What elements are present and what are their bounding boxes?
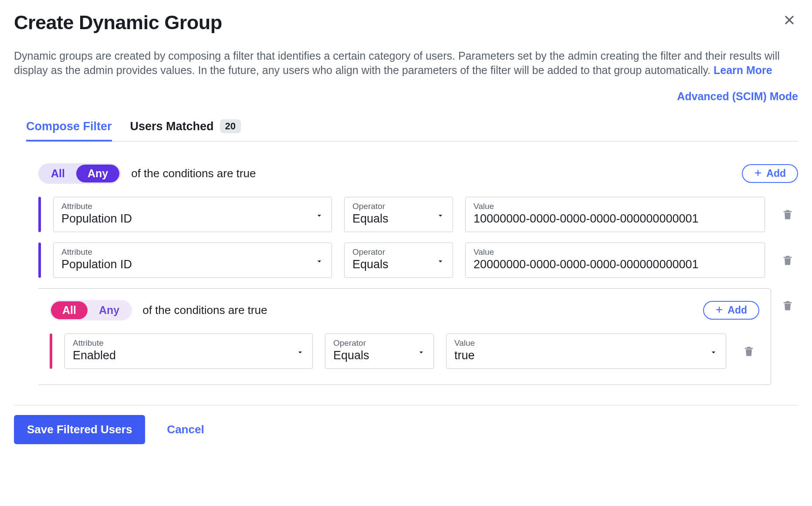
compose-filter-panel: All Any of the conditions are true Add — [26, 163, 798, 385]
toggle-option-any[interactable]: Any — [88, 301, 131, 319]
value-select[interactable]: Value true — [446, 334, 726, 369]
nested-group-wrap: All Any of the conditions are true — [38, 288, 798, 385]
tab-compose-filter[interactable]: Compose Filter — [26, 120, 112, 141]
users-matched-count-badge: 20 — [220, 119, 241, 133]
close-button[interactable] — [781, 11, 798, 29]
field-label-operator: Operator — [352, 247, 445, 257]
delete-row-button[interactable] — [740, 343, 758, 360]
tab-users-matched[interactable]: Users Matched 20 — [130, 119, 241, 141]
attribute-value: Population ID — [61, 258, 324, 271]
field-label-value: Value — [454, 338, 718, 348]
chevron-down-icon — [315, 211, 324, 220]
operator-value: Equals — [352, 212, 445, 226]
cancel-button[interactable]: Cancel — [165, 419, 206, 440]
condition-row: Attribute Population ID Operator Equals … — [38, 243, 798, 278]
delete-row-button[interactable] — [779, 252, 796, 269]
trash-icon — [743, 345, 755, 358]
advanced-scim-mode-button[interactable]: Advanced (SCIM) Mode — [677, 88, 798, 105]
conditions-text: of the conditions are true — [142, 304, 267, 317]
dialog-title: Create Dynamic Group — [14, 11, 222, 34]
chevron-down-icon — [436, 211, 445, 220]
value-text: 10000000-0000-0000-0000-000000000001 — [474, 212, 757, 226]
field-label-attribute: Attribute — [73, 338, 304, 348]
attribute-select[interactable]: Attribute Population ID — [53, 197, 332, 232]
add-condition-button-nested[interactable]: Add — [703, 301, 759, 320]
add-button-label: Add — [727, 305, 747, 315]
operator-value: Equals — [333, 349, 426, 362]
tab-bar: Compose Filter Users Matched 20 — [26, 119, 798, 142]
trash-icon — [782, 300, 794, 312]
delete-group-button[interactable] — [779, 297, 796, 314]
nested-group: All Any of the conditions are true — [38, 288, 771, 385]
add-button-label: Add — [766, 169, 786, 179]
field-label-attribute: Attribute — [61, 247, 324, 257]
chevron-down-icon — [315, 257, 324, 266]
field-label-operator: Operator — [333, 338, 426, 348]
delete-row-button[interactable] — [779, 206, 796, 223]
row-accent — [38, 197, 41, 232]
trash-icon — [782, 254, 794, 266]
row-accent — [50, 334, 52, 369]
attribute-select[interactable]: Attribute Population ID — [53, 243, 332, 278]
dialog-description: Dynamic groups are created by composing … — [14, 49, 798, 78]
attribute-value: Enabled — [73, 349, 304, 362]
toggle-option-all[interactable]: All — [40, 165, 76, 182]
condition-row: Attribute Population ID Operator Equals … — [38, 197, 798, 232]
field-label-value: Value — [474, 247, 757, 257]
all-any-toggle: All Any — [38, 163, 121, 184]
field-label-operator: Operator — [352, 202, 445, 211]
save-filtered-users-button[interactable]: Save Filtered Users — [14, 415, 145, 444]
value-input[interactable]: Value 10000000-0000-0000-0000-0000000000… — [465, 197, 765, 232]
attribute-value: Population ID — [61, 212, 324, 226]
chevron-down-icon — [709, 348, 718, 357]
dialog-footer: Save Filtered Users Cancel — [14, 405, 798, 444]
value-text: 20000000-0000-0000-0000-000000000001 — [474, 258, 757, 271]
chevron-down-icon — [417, 348, 426, 357]
toggle-option-all[interactable]: All — [51, 301, 88, 319]
condition-row: Attribute Enabled Operator Equals — [50, 334, 759, 369]
learn-more-link[interactable]: Learn More — [714, 64, 772, 76]
field-label-value: Value — [474, 202, 757, 211]
all-any-toggle-nested: All Any — [50, 300, 132, 320]
trash-icon — [782, 209, 794, 221]
operator-value: Equals — [352, 258, 445, 271]
conditions-text: of the conditions are true — [131, 167, 256, 180]
plus-icon — [754, 169, 762, 179]
operator-select[interactable]: Operator Equals — [325, 334, 434, 369]
row-accent — [38, 243, 41, 278]
group-header: All Any of the conditions are true Add — [38, 163, 798, 184]
close-icon — [783, 14, 795, 26]
value-text: true — [454, 349, 718, 362]
field-label-attribute: Attribute — [61, 202, 324, 211]
plus-icon — [715, 305, 723, 315]
add-condition-button[interactable]: Add — [742, 164, 798, 183]
value-input[interactable]: Value 20000000-0000-0000-0000-0000000000… — [465, 243, 765, 278]
tab-compose-filter-label: Compose Filter — [26, 120, 112, 133]
chevron-down-icon — [296, 348, 304, 357]
chevron-down-icon — [436, 257, 445, 266]
create-dynamic-group-dialog: Create Dynamic Group Dynamic groups are … — [0, 0, 812, 459]
tab-users-matched-label: Users Matched — [130, 120, 214, 133]
operator-select[interactable]: Operator Equals — [344, 243, 453, 278]
dialog-description-text: Dynamic groups are created by composing … — [14, 50, 780, 76]
operator-select[interactable]: Operator Equals — [344, 197, 453, 232]
toggle-option-any[interactable]: Any — [76, 165, 119, 182]
attribute-select[interactable]: Attribute Enabled — [64, 334, 313, 369]
